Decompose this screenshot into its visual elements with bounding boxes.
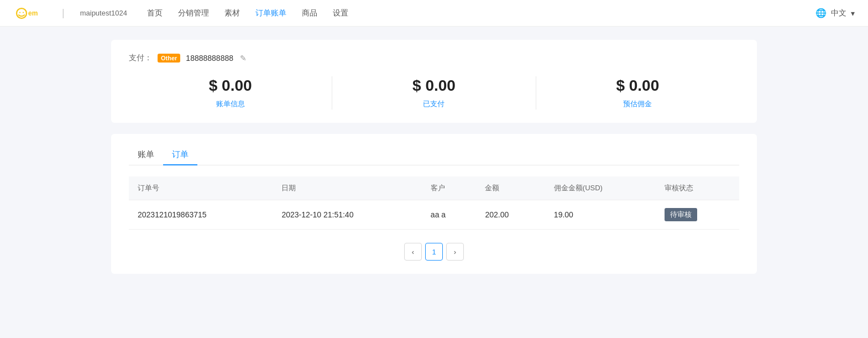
stats-row: $ 0.00 账单信息 $ 0.00 已支付 $ 0.00 预估佣金 <box>129 76 739 110</box>
stat-paid-label: 已支付 <box>332 99 535 109</box>
tabs-row: 账单 订单 <box>129 145 739 165</box>
stat-bill-label: 账单信息 <box>129 99 332 109</box>
navbar: em | maiputest1024 首页 分销管理 素材 订单账单 商品 设置… <box>0 0 868 27</box>
language-label: 中文 <box>831 8 846 18</box>
cell-status: 待审核 <box>656 200 739 230</box>
col-date: 日期 <box>273 176 421 200</box>
cell-date: 2023-12-10 21:51:40 <box>273 200 421 230</box>
col-order-id: 订单号 <box>129 176 273 200</box>
nav-settings[interactable]: 设置 <box>333 8 348 18</box>
tab-order[interactable]: 订单 <box>163 145 197 165</box>
nav-distribution[interactable]: 分销管理 <box>178 8 209 18</box>
prev-page-button[interactable]: ‹ <box>404 243 422 261</box>
next-page-button[interactable]: › <box>446 243 464 261</box>
col-customer: 客户 <box>422 176 477 200</box>
cell-commission: 19.00 <box>545 200 656 230</box>
nav-goods[interactable]: 商品 <box>302 8 317 18</box>
stat-commission: $ 0.00 预估佣金 <box>536 77 739 109</box>
svg-point-0 <box>17 8 27 18</box>
page-content: 支付： Other 18888888888 ✎ $ 0.00 账单信息 $ 0.… <box>102 27 766 287</box>
cell-order-id: 2023121019863715 <box>129 200 273 230</box>
nav-material[interactable]: 素材 <box>224 8 240 18</box>
stat-commission-label: 预估佣金 <box>536 99 739 109</box>
col-status: 审核状态 <box>656 176 739 200</box>
nav-links: 首页 分销管理 素材 订单账单 商品 设置 <box>147 8 348 18</box>
status-badge: 待审核 <box>665 208 697 221</box>
payment-row: 支付： Other 18888888888 ✎ <box>129 53 739 63</box>
stat-bill-value: $ 0.00 <box>129 77 332 95</box>
language-selector[interactable]: 🌐 中文 ▾ <box>815 8 855 18</box>
stat-paid-value: $ 0.00 <box>332 77 535 95</box>
table-card: 账单 订单 订单号 日期 客户 金额 佣金金额(USD) 审核状态 202312… <box>111 134 757 274</box>
tab-bill[interactable]: 账单 <box>129 145 163 165</box>
col-amount: 金额 <box>476 176 545 200</box>
stat-bill: $ 0.00 账单信息 <box>129 77 332 109</box>
cell-amount: 202.00 <box>476 200 545 230</box>
cell-customer: aa a <box>422 200 477 230</box>
stat-commission-value: $ 0.00 <box>536 77 739 95</box>
logo-icon: em <box>13 6 46 21</box>
nav-divider: | <box>62 7 65 19</box>
orders-table: 订单号 日期 客户 金额 佣金金额(USD) 审核状态 202312101986… <box>129 176 739 230</box>
nav-home[interactable]: 首页 <box>147 8 163 18</box>
col-commission: 佣金金额(USD) <box>545 176 656 200</box>
globe-icon: 🌐 <box>815 8 827 18</box>
payment-badge: Other <box>158 54 180 63</box>
logo: em <box>13 6 46 21</box>
svg-point-2 <box>23 12 24 13</box>
table-row: 2023121019863715 2023-12-10 21:51:40 aa … <box>129 200 739 230</box>
chevron-down-icon: ▾ <box>851 9 855 18</box>
payment-label: 支付： <box>129 53 152 63</box>
current-page-button[interactable]: 1 <box>425 243 443 261</box>
stat-paid: $ 0.00 已支付 <box>332 77 535 109</box>
svg-text:em: em <box>28 9 38 17</box>
pagination: ‹ 1 › <box>129 243 739 261</box>
table-header-row: 订单号 日期 客户 金额 佣金金额(USD) 审核状态 <box>129 176 739 200</box>
edit-icon[interactable]: ✎ <box>240 54 247 63</box>
nav-order-bill[interactable]: 订单账单 <box>255 8 286 18</box>
svg-point-1 <box>19 12 20 13</box>
summary-card: 支付： Other 18888888888 ✎ $ 0.00 账单信息 $ 0.… <box>111 40 757 123</box>
username-label: maiputest1024 <box>80 9 127 17</box>
payment-number: 18888888888 <box>186 54 233 63</box>
